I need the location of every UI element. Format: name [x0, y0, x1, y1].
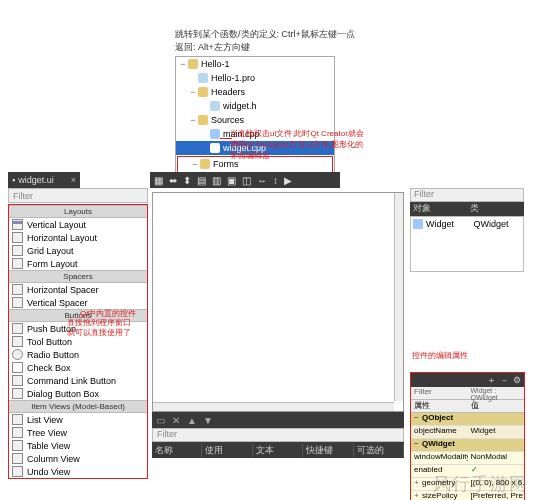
collapse-icon[interactable]: −	[188, 85, 198, 99]
columnview-icon	[12, 453, 23, 464]
preview-icon[interactable]: ▶	[284, 175, 292, 186]
layout-h-icon[interactable]: ⬌	[169, 175, 177, 186]
collapse-icon[interactable]: −	[178, 57, 188, 71]
toolbutton-icon	[12, 336, 23, 347]
action-table-header: 名称 使用 文本 快捷键 可选的	[152, 442, 404, 458]
shortcut-hints: 跳转到某个函数/类的定义: Ctrl+鼠标左键一点 返回: Alt+左方向键	[175, 28, 355, 54]
formlayout-icon	[12, 258, 23, 269]
delete-action-icon[interactable]: ✕	[168, 412, 184, 428]
undoview-item[interactable]: Undo View	[9, 465, 147, 478]
cpp-icon	[210, 143, 220, 153]
dialogbuttonbox-item[interactable]: Dialog Button Box	[9, 387, 147, 400]
property-toolbar: ＋ － ⚙	[411, 373, 524, 387]
collapse-icon[interactable]: −	[190, 157, 200, 171]
hlayout-icon	[12, 232, 23, 243]
tree-headers[interactable]: −Headers	[176, 85, 334, 99]
widgetbox-filter[interactable]: Filter	[8, 188, 148, 203]
watermark: 风行手游网	[433, 472, 528, 496]
prop-windowmodality[interactable]: windowModalityNonModal	[411, 452, 524, 465]
close-icon[interactable]: ×	[71, 175, 76, 185]
object-widget[interactable]: Widget QWidget	[413, 219, 521, 229]
widget-box: Layouts Vertical Layout Horizontal Layou…	[8, 204, 148, 479]
col-name[interactable]: 名称	[152, 444, 202, 457]
checkbox-item[interactable]: Check Box	[9, 361, 147, 374]
group-qobject[interactable]: −QObject	[411, 413, 524, 426]
treeview-item[interactable]: Tree View	[9, 426, 147, 439]
object-tree[interactable]: Widget QWidget	[410, 216, 524, 272]
form-dotgrid[interactable]	[156, 196, 393, 401]
form-layout-item[interactable]: Form Layout	[9, 257, 147, 270]
tree-root[interactable]: −Hello-1	[176, 57, 334, 71]
add-dynamic-icon[interactable]: ＋	[487, 374, 496, 387]
col-checkable[interactable]: 可选的	[354, 444, 404, 457]
layouts-header[interactable]: Layouts	[9, 205, 147, 218]
commandlink-item[interactable]: Command Link Button	[9, 374, 147, 387]
dialogbuttonbox-icon	[12, 388, 23, 399]
adjust-size-icon[interactable]: ◫	[242, 175, 251, 186]
vertical-layout-item[interactable]: Vertical Layout	[9, 218, 147, 231]
col-val[interactable]: 值	[468, 400, 525, 412]
object-header: 对象 类	[410, 202, 524, 216]
object-inspector: Filter 对象 类 Widget QWidget	[410, 188, 524, 272]
radiobutton-icon	[12, 349, 23, 360]
treeview-icon	[12, 427, 23, 438]
spacer-h-icon[interactable]: ↔	[257, 175, 267, 186]
radiobutton-item[interactable]: Radio Button	[9, 348, 147, 361]
project-tree: −Hello-1 Hello-1.pro −Headers widget.h −…	[175, 56, 335, 188]
tree-widget-h[interactable]: widget.h	[176, 99, 334, 113]
hspacer-item[interactable]: Horizontal Spacer	[9, 283, 147, 296]
annotation-properties: 控件的编辑属性	[412, 350, 468, 361]
col-prop[interactable]: 属性	[411, 400, 468, 412]
down-icon[interactable]: ▼	[200, 412, 216, 428]
new-action-icon[interactable]: ▭	[152, 412, 168, 428]
annotation-drag: 直接拖到程序窗口就可以直接使用了	[64, 318, 134, 338]
remove-dynamic-icon[interactable]: －	[500, 374, 509, 387]
grid-layout-item[interactable]: Grid Layout	[9, 244, 147, 257]
property-filter[interactable]: Filter Widget : QWidget	[411, 387, 524, 400]
object-filter[interactable]: Filter	[410, 188, 524, 202]
up-icon[interactable]: ▲	[184, 412, 200, 428]
property-header: 属性 值	[411, 400, 524, 413]
checkbox-icon	[12, 362, 23, 373]
spacer-v-icon[interactable]: ↕	[273, 175, 278, 186]
col-class[interactable]: 类	[467, 202, 524, 216]
edit-widgets-icon[interactable]: ▦	[154, 175, 163, 186]
vlayout-icon	[12, 219, 23, 230]
col-text[interactable]: 文本	[253, 444, 303, 457]
layout-v-icon[interactable]: ⬍	[183, 175, 191, 186]
col-object[interactable]: 对象	[410, 202, 467, 216]
prop-objectname[interactable]: objectNameWidget	[411, 426, 524, 439]
spacers-header[interactable]: Spacers	[9, 270, 147, 283]
annotation-ui-file: 当直接双击ui文件,此时Qt Creator就会调用Qt Designer,打开…	[230, 128, 370, 161]
scrollbar-vertical[interactable]	[394, 193, 403, 401]
pro-icon	[198, 73, 208, 83]
widget-icon	[413, 219, 423, 229]
undoview-icon	[12, 466, 23, 477]
layout-form-icon[interactable]: ▥	[212, 175, 221, 186]
file-icon: ▪	[12, 175, 15, 185]
collapse-icon[interactable]: −	[188, 113, 198, 127]
columnview-item[interactable]: Column View	[9, 452, 147, 465]
tree-pro[interactable]: Hello-1.pro	[176, 71, 334, 85]
listview-item[interactable]: List View	[9, 413, 147, 426]
break-layout-icon[interactable]: ▣	[227, 175, 236, 186]
designer-toolbar: ▦ ⬌ ⬍ ▤ ▥ ▣ ◫ ↔ ↕ ▶	[150, 172, 340, 188]
itemviews-header[interactable]: Item Views (Model-Based)	[9, 400, 147, 413]
tableview-item[interactable]: Table View	[9, 439, 147, 452]
scrollbar-horizontal[interactable]	[153, 402, 394, 411]
hspacer-icon	[12, 284, 23, 295]
cpp-icon	[210, 129, 220, 139]
editor-tab[interactable]: ▪ widget.ui ×	[8, 172, 80, 188]
folder-icon	[198, 87, 208, 97]
vspacer-icon	[12, 297, 23, 308]
design-canvas[interactable]	[152, 192, 404, 412]
listview-icon	[12, 414, 23, 425]
col-shortcut[interactable]: 快捷键	[303, 444, 353, 457]
layout-grid-icon[interactable]: ▤	[197, 175, 206, 186]
sort-icon[interactable]: ⚙	[513, 375, 521, 385]
horizontal-layout-item[interactable]: Horizontal Layout	[9, 231, 147, 244]
tree-sources[interactable]: −Sources	[176, 113, 334, 127]
col-used[interactable]: 使用	[202, 444, 252, 457]
action-filter[interactable]: Filter	[152, 428, 404, 442]
group-qwidget[interactable]: −QWidget	[411, 439, 524, 452]
